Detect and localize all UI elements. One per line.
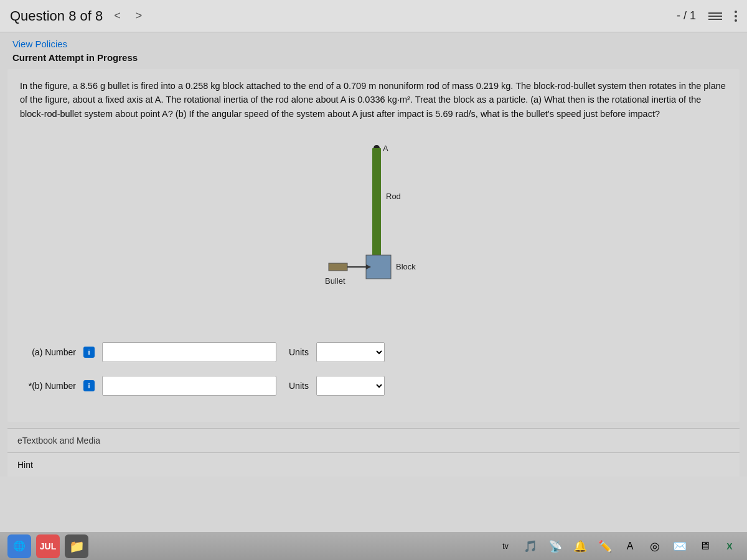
number-input-a[interactable] [102, 342, 276, 362]
score-label: - / 1 [677, 9, 696, 22]
answer-row-a: (a) Number i Units [20, 342, 727, 362]
answer-section: (a) Number i Units *(b) Number i Units [20, 342, 727, 396]
answer-row-b: *(b) Number i Units [20, 376, 727, 396]
nav-prev-button[interactable]: < [110, 7, 125, 25]
hint-bar: Hint [7, 452, 740, 477]
current-attempt-label: Current Attempt in Progress [0, 50, 747, 69]
content-area: View Policies Current Attempt in Progres… [0, 32, 747, 477]
taskbar-finder2[interactable]: 🖥 [695, 536, 715, 556]
main-content: Question 8 of 8 < > - / 1 View Policies … [0, 0, 747, 532]
svg-rect-6 [329, 263, 347, 271]
taskbar-finder[interactable]: 🌐 [7, 534, 31, 558]
units-select-b[interactable] [316, 376, 385, 396]
part-a-label: (a) Number [20, 347, 76, 357]
taskbar-app2[interactable]: 📁 [65, 534, 88, 558]
question-label: Question 8 of 8 [10, 8, 103, 24]
info-badge-b[interactable]: i [83, 380, 95, 391]
svg-rect-2 [372, 148, 381, 260]
question-text: In the figure, a 8.56 g bullet is fired … [20, 79, 727, 121]
taskbar-jul-label: JUL [40, 541, 56, 551]
units-label-b: Units [289, 381, 309, 391]
figure-diagram: A Rod Block [274, 131, 473, 330]
header-left: Question 8 of 8 < > [10, 7, 146, 25]
taskbar-right: tv 🎵 📡 🔔 ✏️ A ◎ ✉️ 🖥 X [496, 536, 740, 556]
taskbar-tv[interactable]: tv [496, 536, 515, 556]
question-card: In the figure, a 8.56 g bullet is fired … [7, 69, 740, 422]
view-policies-link[interactable]: View Policies [0, 36, 80, 52]
etextbook-link[interactable]: eTextbook and Media [17, 436, 100, 446]
info-badge-a[interactable]: i [83, 347, 95, 358]
number-input-b[interactable] [102, 376, 276, 396]
figure-container: A Rod Block [20, 131, 727, 330]
header-bar: Question 8 of 8 < > - / 1 [0, 0, 747, 32]
taskbar: 🌐 JUL 📁 tv 🎵 📡 🔔 ✏️ A ◎ ✉️ 🖥 X [0, 532, 747, 560]
units-select-a[interactable] [316, 342, 385, 362]
part-b-label: *(b) Number [20, 381, 76, 391]
taskbar-accessibility[interactable]: A [620, 536, 640, 556]
svg-text:Block: Block [396, 262, 416, 271]
taskbar-wifi[interactable]: 📡 [545, 536, 565, 556]
taskbar-notification[interactable]: 🔔 [570, 536, 590, 556]
menu-icon[interactable] [708, 12, 722, 20]
taskbar-excel[interactable]: X [720, 536, 740, 556]
taskbar-siri[interactable]: ◎ [645, 536, 665, 556]
taskbar-pen[interactable]: ✏️ [595, 536, 615, 556]
header-right: - / 1 [677, 9, 737, 22]
units-label-a: Units [289, 347, 309, 357]
svg-text:A: A [383, 144, 388, 153]
nav-next-button[interactable]: > [132, 7, 146, 25]
svg-text:Rod: Rod [386, 192, 401, 201]
hint-label[interactable]: Hint [17, 460, 33, 470]
taskbar-music[interactable]: 🎵 [520, 536, 540, 556]
more-options-icon[interactable] [735, 11, 737, 22]
taskbar-mail[interactable]: ✉️ [670, 536, 690, 556]
bottom-bar: eTextbook and Media [7, 428, 740, 452]
svg-text:Bullet: Bullet [325, 276, 345, 286]
taskbar-app1[interactable]: JUL [36, 534, 60, 558]
